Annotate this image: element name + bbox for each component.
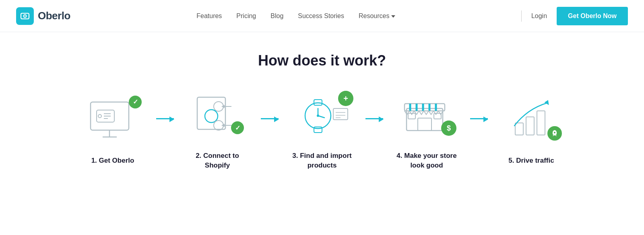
step-5-icon [499,94,564,146]
step-3-icon: + [290,89,354,141]
svg-rect-25 [333,108,348,120]
svg-point-7 [98,114,101,118]
main-content: How does it work? [0,32,644,186]
step-5-badge [547,126,562,141]
step-3: + 3. Find and importproducts [282,89,362,170]
login-link[interactable]: Login [531,12,547,20]
svg-point-13 [205,110,218,123]
main-nav: Features Pricing Blog Success Stories Re… [196,12,395,20]
step-5: 5. Drive traffic [491,94,572,166]
logo-area[interactable]: Oberlo [16,7,70,25]
arrow-right-icon-4 [470,118,488,119]
step-3-badge: + [338,91,353,106]
arrow-4 [467,118,491,119]
chevron-down-icon [391,15,395,18]
nav-blog[interactable]: Blog [270,12,283,20]
step-1-icon: ✓ [80,94,145,146]
step-1-badge: ✓ [129,96,142,108]
nav-divider [521,10,522,22]
svg-marker-42 [544,99,551,105]
svg-point-24 [317,114,319,117]
step-2-badge: ✓ [231,121,244,134]
arrow-right-icon-3 [365,118,383,119]
step-4-badge: $ [441,121,456,136]
steps-row: ✓ 1. Get Oberlo [24,89,620,170]
svg-rect-40 [526,117,534,135]
arrow-right-icon [156,118,174,119]
header-right: Login Get Oberlo Now [521,7,628,25]
step-4-icon: $ [394,89,459,141]
step-4-label: 4. Make your storelook good [396,151,456,170]
svg-point-2 [25,16,25,16]
nav-success-stories[interactable]: Success Stories [298,12,344,20]
step-4: $ 4. Make your storelook good [386,89,467,170]
arrow-1 [153,118,177,119]
step-2-icon: ✓ [185,89,250,141]
arrow-right-icon-2 [261,118,279,119]
svg-rect-39 [515,123,523,135]
nav-features[interactable]: Features [196,12,222,20]
logo-text: Oberlo [38,10,70,22]
step-5-label: 5. Drive traffic [508,156,554,166]
step-1-label: 1. Get Oberlo [91,156,134,166]
svg-rect-41 [537,111,545,135]
cta-button[interactable]: Get Oberlo Now [557,7,628,25]
step-2-label: 2. Connect toShopify [196,151,239,170]
svg-point-43 [554,132,555,133]
arrow-2 [258,118,282,119]
nav-pricing[interactable]: Pricing [236,12,256,20]
step-3-label: 3. Find and importproducts [292,151,351,170]
section-title: How does it work? [24,52,620,69]
step-2: ✓ 2. Connect toShopify [177,89,258,170]
step-1: ✓ 1. Get Oberlo [72,94,153,166]
nav-resources[interactable]: Resources [359,12,395,20]
svg-rect-36 [418,118,431,131]
arrow-3 [362,118,386,119]
site-header: Oberlo Features Pricing Blog Success Sto… [0,0,644,32]
logo-icon [16,7,34,25]
